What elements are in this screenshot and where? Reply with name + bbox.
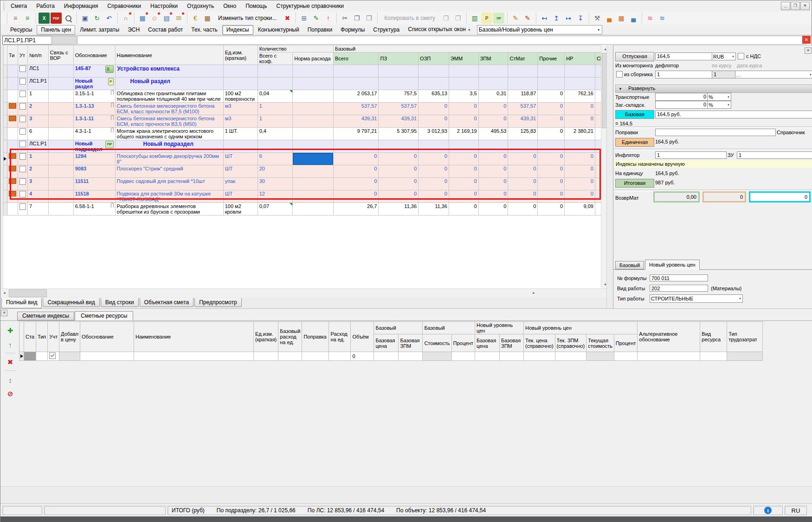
excel-export-icon[interactable]: X (39, 13, 50, 24)
menu-item-5[interactable]: Настройки (146, 1, 182, 12)
cell-value-8[interactable]: 0 (565, 115, 595, 128)
add-resource-icon[interactable]: ✚ (5, 325, 16, 336)
cell-value-4[interactable]: 0 (449, 178, 478, 190)
cell-quantity[interactable] (258, 65, 293, 78)
cell-number[interactable]: 1 (27, 90, 48, 103)
cell-norm[interactable] (293, 90, 334, 103)
return-materials-current-field[interactable]: 0 (749, 191, 811, 202)
cell-name[interactable]: Смесь бетонная мелкозернистого бетона БС… (115, 115, 223, 128)
cell-number[interactable]: 7 (27, 203, 48, 215)
menu-item-2[interactable]: Работа (32, 1, 59, 12)
cell-name[interactable]: Монтаж крана электрического мостового об… (115, 128, 223, 140)
cell-basis[interactable]: 11518 (73, 190, 115, 203)
cell-quantity[interactable]: 0,04 (258, 90, 293, 103)
cell-value-1[interactable] (333, 65, 379, 78)
formula-number-field[interactable]: 700 011 (650, 274, 708, 281)
cell-approve[interactable] (18, 115, 27, 128)
row-marker[interactable] (4, 115, 7, 128)
cell-value-3[interactable]: 11,36 (419, 203, 449, 215)
cell-value-6[interactable]: 118,87 (508, 90, 538, 103)
cell-value-1[interactable]: 0 (333, 165, 379, 178)
cell-number[interactable]: 3 (27, 115, 48, 128)
row-marker[interactable] (4, 190, 7, 203)
cell-value-1[interactable]: 26,7 (333, 203, 379, 215)
cell-quantity[interactable]: 30 (258, 178, 293, 190)
building-icon[interactable]: ▦ (202, 13, 213, 24)
cell-value-7[interactable]: 0 (538, 190, 565, 203)
cell-vor-link[interactable] (48, 65, 73, 78)
cell-quantity[interactable] (258, 140, 293, 153)
cell-number[interactable]: 1 (27, 153, 48, 165)
cell-value-4[interactable]: 0 (449, 115, 478, 128)
language-indicator[interactable]: RU (785, 506, 807, 515)
cell-approve[interactable] (18, 140, 27, 153)
approve-checkbox[interactable] (19, 116, 26, 122)
cell-value-8[interactable] (565, 140, 595, 153)
cell-value-8[interactable] (565, 65, 595, 78)
cell-value-3[interactable]: 0 (419, 190, 449, 203)
approve-checkbox[interactable] (19, 128, 26, 135)
cell-unit[interactable]: 100 м2 поверхности (223, 90, 258, 103)
undo-icon[interactable]: ↶ (103, 13, 115, 24)
cell-value-2[interactable]: 0 (379, 153, 419, 165)
delete-row-icon[interactable]: ✖ (282, 13, 293, 24)
panel-tab-12[interactable]: Список открытых окон▼ (404, 25, 474, 34)
cell-approve[interactable] (18, 153, 27, 165)
cell-number[interactable]: 6 (27, 128, 48, 140)
cell-name[interactable]: Разборка деревянных элементов обрешетки … (115, 203, 223, 215)
cell-value-5[interactable]: 0 (478, 165, 508, 178)
cell-value-3[interactable]: 0 (419, 115, 449, 128)
cell-approve[interactable] (18, 65, 27, 78)
base-price-button[interactable]: Базовая (615, 110, 654, 119)
cell-value-7[interactable]: 0 (538, 165, 565, 178)
cell-quantity[interactable]: 0,4 (258, 128, 293, 140)
cell-type[interactable] (7, 78, 18, 90)
hammer-icon[interactable]: ⚒ (592, 13, 603, 24)
approve-checkbox[interactable] (19, 78, 26, 85)
row-marker[interactable] (4, 153, 7, 165)
inflator-field[interactable]: 1 (655, 151, 727, 159)
copy-doc2-icon[interactable]: ❐ (452, 13, 464, 24)
cell[interactable] (500, 352, 524, 361)
cell-number[interactable]: ЛС1 (27, 65, 48, 78)
resources-tab-1[interactable]: Сметные индексы (17, 312, 74, 320)
cell[interactable] (80, 352, 134, 361)
cell-value-6[interactable]: 0 (508, 190, 538, 203)
cell-value-4[interactable]: 0 (449, 153, 478, 165)
pdf-export-icon[interactable]: PDF (51, 13, 62, 24)
cell-value-5[interactable] (478, 65, 508, 78)
cell-value-3[interactable]: 3 012,93 (419, 128, 449, 140)
corrections-field[interactable] (655, 129, 776, 136)
wizard-resource-icon[interactable]: ☺✱ (149, 13, 160, 24)
menu-item-7[interactable]: Окно (219, 1, 241, 12)
cell-value-5[interactable]: 495,53 (478, 128, 508, 140)
work-kind-field[interactable]: 202 (650, 285, 708, 292)
cell-number[interactable]: 4 (27, 190, 48, 203)
cell[interactable] (253, 352, 278, 361)
cell-value-8[interactable]: 2 380,21 (565, 128, 595, 140)
cell-value-3[interactable]: 0 (419, 165, 449, 178)
panel-tab-6[interactable]: Тех. часть (187, 26, 221, 34)
cell[interactable] (451, 352, 475, 361)
cell-type[interactable] (7, 178, 18, 190)
cell-vor-link[interactable] (48, 115, 73, 128)
cell-value-1[interactable]: 9 797,21 (333, 128, 379, 140)
cell-value-7[interactable]: 0 (538, 90, 565, 103)
panel-tab-9[interactable]: Поправки (304, 26, 336, 34)
cell-basis[interactable]: 9083 (73, 165, 115, 178)
cell-value-5[interactable]: 0 (478, 115, 508, 128)
menu-item-4[interactable]: Справочники (103, 1, 146, 12)
cell-type[interactable] (7, 115, 18, 128)
cell-value-2[interactable]: 5 307,95 (379, 128, 419, 140)
cell-basis[interactable]: 1.3-1-13 (73, 103, 115, 115)
copy-doc-icon[interactable]: ❐ (440, 13, 451, 24)
cell-name[interactable]: Устройство комплекса (115, 65, 223, 78)
cell-basis[interactable]: Новый разделP (73, 78, 115, 90)
cell-vor-link[interactable] (48, 165, 73, 178)
cell-value-2[interactable] (379, 78, 419, 90)
cell-unit[interactable]: м3 (223, 115, 258, 128)
cell-approve[interactable] (18, 165, 27, 178)
row-marker[interactable] (4, 165, 7, 178)
view-tab-1[interactable]: Полный вид (1, 298, 42, 308)
row-marker[interactable] (4, 90, 7, 103)
